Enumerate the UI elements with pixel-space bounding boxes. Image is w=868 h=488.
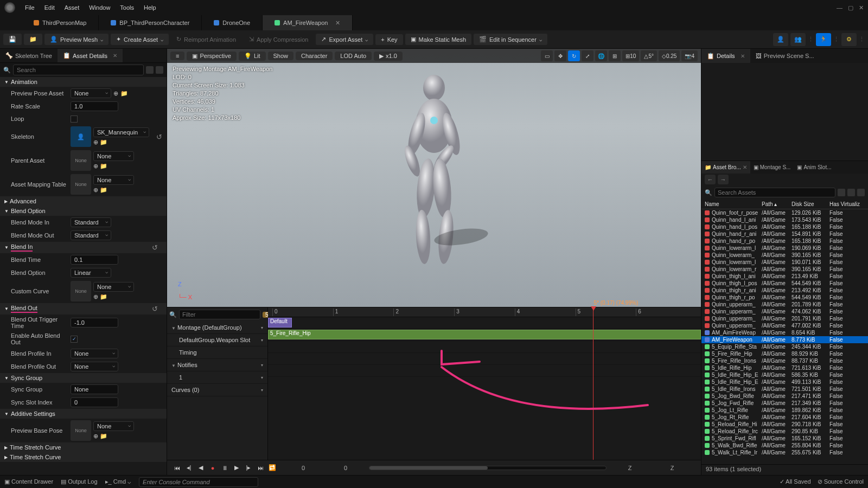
close-icon[interactable]: ✕	[113, 53, 117, 59]
sync-slot-input[interactable]: 0	[71, 397, 118, 407]
asset-list[interactable]: Quinn_foot_r_pose/All/Game129.026 KiBFal…	[701, 209, 868, 464]
reset-icon[interactable]: ↺	[156, 133, 162, 141]
section-stretch2[interactable]: ▶Time Stretch Curve	[0, 452, 167, 462]
asset-row[interactable]: Quinn_thigh_r_ani/All/Game213.492 KiBFal…	[701, 287, 868, 294]
close-tab-icon[interactable]: ✕	[335, 20, 340, 27]
asset-row[interactable]: 5_Idle_Rifle_Irons/All/Game721.501 KiBFa…	[701, 386, 868, 393]
asset-row[interactable]: Quinn_upperarm_/All/Game201.791 KiBFalse	[701, 315, 868, 322]
curve-dropdown[interactable]: None	[93, 282, 134, 292]
to-start-icon[interactable]: ⏮	[171, 463, 182, 473]
play-icon[interactable]: ▶	[231, 463, 242, 473]
profile-in-dropdown[interactable]: None	[71, 349, 118, 358]
segment-default[interactable]: Default	[268, 318, 292, 328]
scale-tool-icon[interactable]: ⤢	[582, 50, 593, 61]
select-tool-icon[interactable]: ▭	[541, 50, 553, 61]
frame-end[interactable]: Z	[611, 465, 649, 471]
all-saved[interactable]: ✓ All Saved	[780, 478, 811, 485]
asset-row[interactable]: Quinn_thigh_l_ani/All/Game213.49 KiBFals…	[701, 273, 868, 280]
track-notify-1[interactable]: 1▾	[167, 371, 267, 384]
reset-icon[interactable]: ↺	[152, 305, 158, 313]
view-icon[interactable]	[847, 189, 855, 196]
step-back-icon[interactable]: ◂|	[183, 463, 194, 473]
skeleton-dropdown[interactable]: SK_Mannequin	[93, 127, 149, 137]
search-input[interactable]	[13, 65, 144, 75]
tab-thirdpersoncharacter[interactable]: BP_ThirdPersonCharacter	[99, 15, 202, 30]
base-thumb[interactable]: None	[71, 420, 91, 441]
auto-blend-checkbox[interactable]: ✓	[71, 336, 78, 343]
menu-tools[interactable]: Tools	[120, 4, 134, 11]
asset-row[interactable]: Quinn_lowerarm_l/All/Game190.071 KiBFals…	[701, 259, 868, 266]
browse-button[interactable]: 📁	[24, 34, 42, 45]
settings-icon[interactable]	[156, 66, 163, 74]
frame-total[interactable]: Z	[653, 465, 691, 471]
use-icon[interactable]: ⊕	[93, 139, 98, 145]
minimize-icon[interactable]: —	[837, 4, 843, 11]
lod-button[interactable]: LOD Auto	[335, 52, 372, 60]
create-asset-button[interactable]: ✦ Create Asset ⌵	[111, 34, 169, 45]
section-sync[interactable]: ▼Sync Group	[0, 373, 167, 383]
asset-row[interactable]: Quinn_hand_l_pos/All/Game165.188 KiBFals…	[701, 223, 868, 230]
asset-row[interactable]: Quinn_foot_r_pose/All/Game129.026 KiBFal…	[701, 209, 868, 216]
asset-row[interactable]: 5_Jog_Fwd_Rifle/All/Game217.349 KiBFalse	[701, 400, 868, 407]
base-dropdown[interactable]: None	[93, 421, 134, 431]
section-additive[interactable]: ▼Additive Settings	[0, 409, 167, 419]
skeleton-thumb[interactable]: 👤	[71, 126, 91, 147]
menu-file[interactable]: File	[25, 4, 35, 11]
loop-icon[interactable]: 🔁	[267, 463, 278, 473]
playhead[interactable]	[593, 307, 593, 460]
section-blend-in[interactable]: ▼Blend In↺	[0, 242, 167, 253]
use-icon[interactable]: ⊕	[93, 163, 98, 169]
mode-animation[interactable]: 🏃	[816, 33, 831, 46]
snap-icon[interactable]: ⊞	[609, 50, 621, 61]
browse-icon[interactable]: 📁	[100, 163, 107, 169]
asset-row[interactable]: 5_Idle_Rifle_Hip_E/All/Game586.35 KiBFal…	[701, 371, 868, 378]
asset-row[interactable]: Quinn_thigh_r_po/All/Game544.549 KiBFals…	[701, 294, 868, 301]
reimport-button[interactable]: ↻ Reimport Animation	[171, 34, 241, 45]
asset-row[interactable]: 5_Sprint_Fwd_Rifl/All/Game165.152 KiBFal…	[701, 435, 868, 442]
menu-window[interactable]: Window	[89, 4, 110, 11]
asset-row[interactable]: Quinn_upperarm_/All/Game201.789 KiBFalse	[701, 301, 868, 308]
show-button[interactable]: Show	[268, 52, 294, 60]
menu-asset[interactable]: Asset	[65, 4, 80, 11]
settings-icon[interactable]	[857, 189, 865, 196]
tab-fireweapon[interactable]: AM_FireWeapon✕	[263, 15, 353, 30]
section-stretch[interactable]: ▶Time Stretch Curve	[0, 442, 167, 452]
export-button[interactable]: ↗ Export Asset ⌵	[316, 34, 373, 45]
tab-montage-sections[interactable]: ▣ Montage S...	[750, 161, 794, 174]
preview-pose-dropdown[interactable]: None	[71, 88, 111, 98]
asset-row[interactable]: Quinn_upperarm_/All/Game477.002 KiBFalse	[701, 322, 868, 329]
nav-back[interactable]: ←	[705, 175, 716, 184]
browse-icon[interactable]: 📁	[100, 293, 107, 300]
mode-mesh[interactable]: 👥	[790, 33, 806, 46]
viewport[interactable]: ≡ ▣ Perspective 💡 Lit Show Character LOD…	[167, 49, 701, 307]
parent-thumb[interactable]: None	[71, 150, 91, 171]
tab-asset-browser[interactable]: 📁 Asset Bro... ✕	[701, 161, 750, 174]
asset-row[interactable]: 5_Fire_Rifle_Hip/All/Game88.929 KiBFalse	[701, 350, 868, 357]
compress-button[interactable]: ⇲ Apply Compression	[244, 34, 314, 45]
timeline-filter[interactable]	[179, 310, 260, 319]
preview-mesh-button[interactable]: 👤 Preview Mesh ⌵	[44, 34, 108, 45]
tab-anim-slot[interactable]: ▣ Anim Slot...	[794, 161, 834, 174]
character-button[interactable]: Character	[296, 52, 333, 60]
use-icon[interactable]: ⊕	[113, 90, 118, 97]
parent-dropdown[interactable]: None	[93, 151, 134, 161]
pause-icon[interactable]: ⏸	[219, 463, 230, 473]
asset-row[interactable]: 5_Walk_Lt_Rifle_Ir/All/Game255.675 KiBFa…	[701, 449, 868, 456]
asset-row[interactable]: 5_Idle_Rifle_Hip/All/Game721.613 KiBFals…	[701, 364, 868, 371]
trigger-time-input[interactable]: -1.0	[71, 318, 118, 328]
mode-skeleton[interactable]: 👤	[773, 33, 788, 46]
menu-edit[interactable]: Edit	[44, 4, 55, 11]
frame-current[interactable]: 0	[327, 465, 365, 471]
use-icon[interactable]: ⊕	[93, 433, 98, 439]
perspective-button[interactable]: ▣ Perspective	[187, 52, 236, 61]
viewport-menu[interactable]: ≡	[170, 52, 184, 60]
track-timing[interactable]: Timing	[167, 346, 267, 359]
filter-icon[interactable]	[146, 66, 154, 74]
profile-out-dropdown[interactable]: None	[71, 362, 118, 371]
asset-row[interactable]: 5_Walk_Bwd_Rifle/All/Game255.804 KiBFals…	[701, 442, 868, 449]
mapping-thumb[interactable]: None	[71, 174, 91, 195]
menu-help[interactable]: Help	[144, 4, 156, 11]
blend-option-dropdown[interactable]: Linear	[71, 268, 111, 278]
asset-row[interactable]: 5_Equip_Rifle_Sta/All/Game245.344 KiBFal…	[701, 343, 868, 350]
tab-asset-details[interactable]: 📋 Asset Details✕	[58, 49, 123, 62]
